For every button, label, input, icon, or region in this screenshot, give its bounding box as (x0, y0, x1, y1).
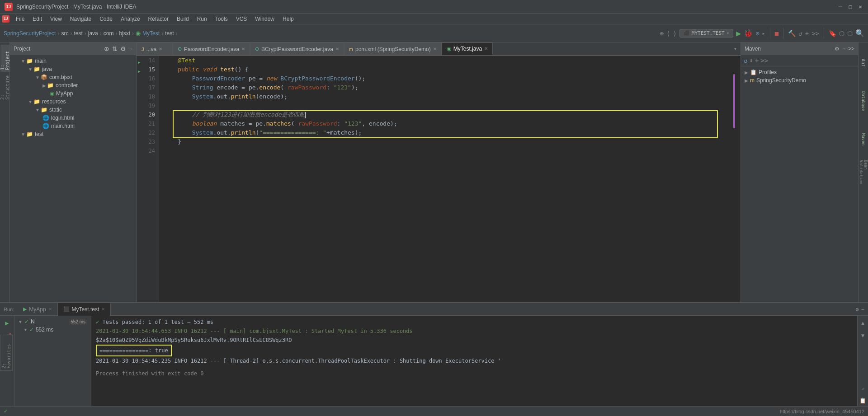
tab-bcrypt[interactable]: ⊙ BCryptPasswordEncoder.java ✕ (250, 42, 344, 55)
right-tab-bean-validation[interactable]: Bean Validation (859, 160, 868, 196)
project-collapse-icon[interactable]: − (129, 45, 132, 52)
run-settings-button[interactable]: ⚙ − (852, 304, 868, 314)
menu-code[interactable]: Code (96, 15, 116, 23)
run-button[interactable]: ▶ (736, 28, 741, 38)
right-tab-ant[interactable]: Ant (859, 45, 868, 81)
expand-button[interactable]: >> (811, 30, 819, 37)
status-url[interactable]: https://blog.csdn.net/weixin_45450412 (780, 409, 864, 414)
bc-test-method[interactable]: test (165, 30, 174, 37)
project-sync-icon[interactable]: ⇅ (112, 45, 118, 52)
tree-myapp[interactable]: ◉ MyApp (10, 89, 136, 98)
search-everywhere-icon[interactable]: ⊕ (660, 30, 664, 37)
run-tab-mytest-close[interactable]: ✕ (101, 307, 105, 312)
tab-close-4[interactable]: ✕ (433, 47, 437, 51)
menu-help[interactable]: Help (279, 15, 297, 23)
tab-close-1[interactable]: ✕ (159, 47, 162, 51)
more-run-options[interactable]: ▸ (762, 30, 765, 37)
run-with-coverage-button[interactable]: ⊙ (755, 30, 759, 37)
tree-resources[interactable]: ▼ 📁 resources (10, 98, 136, 106)
tree-test[interactable]: ▼ 📁 test (10, 130, 136, 138)
bc-mytest[interactable]: MyTest (142, 30, 160, 37)
terminal-button[interactable]: ⬡ (847, 30, 853, 37)
menu-build[interactable]: Build (173, 15, 193, 23)
search-button[interactable]: 🔍 (855, 29, 864, 37)
nav-forward-icon[interactable]: ⟩ (673, 30, 676, 37)
tab-mytest[interactable]: ◉ MyTest.java ✕ (442, 42, 493, 55)
tab-close-5[interactable]: ✕ (484, 46, 488, 51)
code-line-21[interactable]: boolean matches = pe.matches( rawPasswor… (164, 119, 736, 128)
run-tree-test[interactable]: ▼ ✓ 552 ms (16, 326, 89, 334)
bc-src[interactable]: src (61, 30, 68, 37)
vcs-button[interactable]: ⬡ (839, 30, 844, 37)
run-tab-mytest[interactable]: ⬛ MyTest.test ✕ (58, 303, 111, 316)
menu-vcs[interactable]: VCS (232, 15, 251, 23)
menu-view[interactable]: View (47, 15, 66, 23)
code-line-22[interactable]: System.out.println("===============: "+m… (164, 128, 736, 137)
project-add-icon[interactable]: ⊕ (104, 45, 109, 52)
run-copy-icon[interactable]: 📋 (858, 395, 868, 406)
menu-run[interactable]: Run (193, 15, 211, 23)
bc-bjsxt[interactable]: bjsxt (119, 30, 130, 37)
code-line-20[interactable]: // 判断对123进行加密后encode是否匹配 (164, 110, 736, 119)
sidebar-item-favorites[interactable]: 2: Favorites (0, 335, 13, 371)
run-play-button[interactable]: ▶ (2, 318, 13, 328)
debug-button[interactable]: 🐞 (744, 29, 753, 37)
maximize-button[interactable]: □ (847, 4, 854, 10)
run-tab-myapp[interactable]: ▶ MyApp ✕ (18, 303, 57, 316)
menu-edit[interactable]: Edit (29, 15, 46, 23)
tab-more-button[interactable]: ▾ (730, 42, 741, 55)
tab-java-dots[interactable]: J ...va ✕ (137, 42, 173, 55)
sidebar-item-structure[interactable]: 2: Structure (0, 74, 9, 101)
menu-navigate[interactable]: Navigate (66, 15, 95, 23)
build-button[interactable]: 🔨 (788, 30, 796, 37)
nav-back-icon[interactable]: ⟨ (666, 30, 670, 37)
maven-settings-icon[interactable]: ⚙ (835, 46, 840, 52)
tree-bjsxt[interactable]: ▼ 📦 com.bjsxt (10, 73, 136, 81)
tree-main[interactable]: ▼ 📁 main (10, 57, 136, 65)
menu-refactor[interactable]: Refactor (145, 15, 172, 23)
minimize-button[interactable]: ─ (837, 4, 844, 10)
sidebar-item-project[interactable]: 1: Project (0, 45, 9, 72)
code-line-19[interactable] (164, 101, 736, 110)
maven-expand-icon[interactable]: >> (848, 46, 854, 52)
close-button[interactable]: ✕ (857, 4, 863, 10)
add-config-button[interactable]: + (805, 30, 809, 37)
stop-button[interactable]: ■ (775, 30, 778, 37)
run-wordwrap-icon[interactable]: ↵ (858, 383, 868, 393)
run-tab-myapp-close[interactable]: ✕ (48, 307, 52, 312)
sync-button[interactable]: ↺ (798, 30, 802, 37)
right-tab-maven[interactable]: Maven (859, 122, 868, 158)
tab-close-3[interactable]: ✕ (335, 47, 339, 51)
bc-test[interactable]: test (74, 30, 82, 37)
project-gear-icon[interactable]: ⚙ (120, 45, 126, 52)
run-scroll-up[interactable]: ▲ (858, 318, 868, 328)
code-content[interactable]: @Test public void test() { PasswordEncod… (159, 56, 741, 302)
bookmarks-button[interactable]: 🔖 (829, 30, 836, 37)
tree-login-html[interactable]: 🌐 login.html (10, 114, 136, 122)
menu-analyze[interactable]: Analyze (117, 15, 144, 23)
code-line-15[interactable]: public void test() { (164, 65, 736, 74)
run-config-selector[interactable]: ⬛ MYTEST.TEST ▾ (679, 29, 733, 37)
maven-download-icon[interactable]: ⬇ (749, 57, 753, 64)
code-line-23[interactable]: } (164, 137, 736, 146)
tree-main-html[interactable]: 🌐 main.html (10, 122, 136, 130)
tree-java[interactable]: ▼ 📁 java (10, 65, 136, 73)
tab-passwordencoder[interactable]: ⊙ PasswordEncoder.java ✕ (173, 42, 250, 55)
menu-file[interactable]: File (12, 15, 28, 23)
code-line-16[interactable]: PasswordEncoder pe = new BCryptPasswordE… (164, 74, 736, 83)
menu-tools[interactable]: Tools (212, 15, 231, 23)
code-line-24[interactable] (164, 146, 736, 155)
menu-window[interactable]: Window (251, 15, 278, 23)
code-line-14[interactable]: @Test (164, 56, 736, 65)
bc-java[interactable]: java (88, 30, 98, 37)
run-tree-expand[interactable]: ▼ ✓ N 552 ms (16, 318, 89, 326)
code-line-17[interactable]: String encode = pe.encode( rawPassword: … (164, 83, 736, 92)
maven-expand-all-icon[interactable]: >> (760, 57, 768, 64)
code-line-18[interactable]: System.out.println(encode); (164, 92, 736, 101)
maven-reload-icon[interactable]: ↺ (744, 57, 747, 64)
tree-static[interactable]: ▼ 📁 static (10, 106, 136, 114)
maven-project-item[interactable]: ▶ m SpringSecurityDemo (743, 76, 856, 84)
run-scroll-down[interactable]: ▼ (858, 330, 868, 341)
bc-com[interactable]: com (104, 30, 114, 37)
right-tab-database[interactable]: Database (859, 83, 868, 119)
